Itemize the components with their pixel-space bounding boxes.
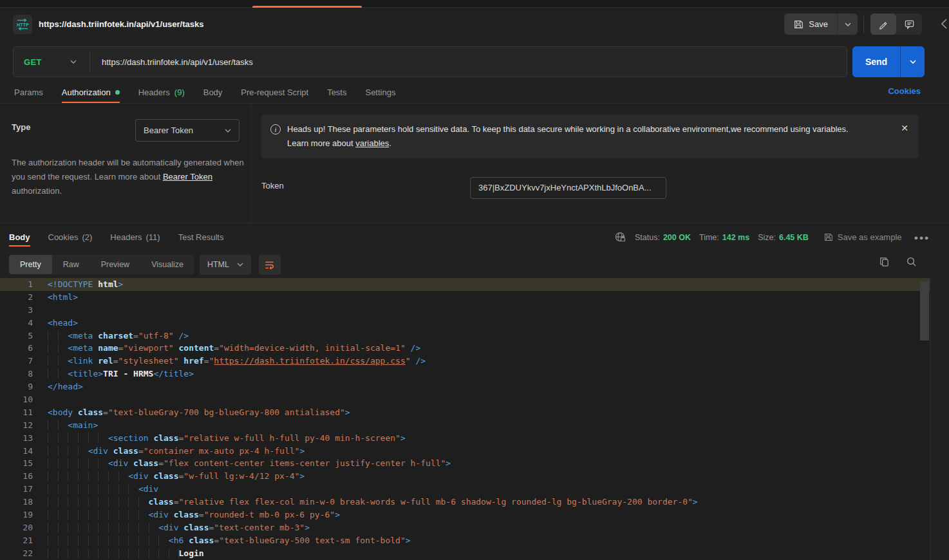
tab-label: Body bbox=[9, 232, 30, 242]
method-label: GET bbox=[24, 57, 42, 67]
tab-label: Authorization bbox=[62, 88, 111, 97]
chevron-left-icon bbox=[941, 19, 947, 29]
active-tab-underline bbox=[9, 245, 30, 247]
code-line[interactable]: 7 <link rel="stylesheet" href="https://d… bbox=[0, 355, 930, 368]
code-line[interactable]: 4<head> bbox=[0, 317, 930, 330]
code-line[interactable]: 14 <div class="container mx-auto px-4 h-… bbox=[0, 445, 930, 458]
edit-documentation-button[interactable] bbox=[870, 14, 896, 35]
save-icon bbox=[823, 232, 833, 242]
view-tab-pretty[interactable]: Pretty bbox=[9, 255, 52, 274]
code-line[interactable]: 12 <main> bbox=[0, 419, 930, 432]
token-input[interactable]: 367|BxZDUYkvv7jxHeYnctAPXthLbJfoOnBA... bbox=[470, 177, 666, 199]
http-icon: HTTP bbox=[15, 17, 30, 32]
save-button-group: Save bbox=[784, 14, 858, 35]
window-top-strip bbox=[0, 0, 949, 8]
method-selector[interactable]: GET bbox=[14, 57, 80, 67]
tab-label: Body bbox=[203, 88, 223, 97]
code-line[interactable]: 1<!DOCTYPE html> bbox=[0, 278, 930, 291]
code-line[interactable]: 5 <meta charset="utf-8" /> bbox=[0, 330, 930, 342]
line-number: 15 bbox=[0, 457, 33, 470]
view-tab-visualize[interactable]: Visualize bbox=[140, 255, 194, 274]
line-number: 16 bbox=[0, 470, 33, 483]
tab-tests[interactable]: Tests bbox=[327, 81, 346, 103]
code-line[interactable]: 11<body class="text-blueGray-700 bg-blue… bbox=[0, 406, 930, 419]
code-line[interactable]: 22 Login bbox=[0, 547, 930, 560]
auth-type-select[interactable]: Bearer Token bbox=[135, 119, 240, 142]
copy-button[interactable] bbox=[879, 256, 890, 267]
save-button[interactable]: Save bbox=[784, 14, 837, 35]
code-line[interactable]: 3 bbox=[0, 304, 930, 317]
tab-headers[interactable]: Headers(9) bbox=[138, 81, 185, 103]
url-input[interactable]: https://dash.triinfotek.in/api/v1/user/t… bbox=[90, 57, 847, 67]
token-label: Token bbox=[261, 181, 284, 191]
comments-button[interactable] bbox=[896, 14, 922, 35]
code-text: <div class="container mx-auto px-4 h-ful… bbox=[33, 445, 305, 458]
response-tab-test-results[interactable]: Test Results bbox=[178, 225, 224, 250]
banner-text: Heads up! These parameters hold sensitiv… bbox=[287, 122, 849, 151]
code-line[interactable]: 21 <h6 class="text-blueGray-500 text-sm … bbox=[0, 534, 930, 547]
line-number: 20 bbox=[0, 521, 33, 534]
code-text: Login bbox=[33, 547, 204, 560]
response-tab-headers[interactable]: Headers(11) bbox=[110, 225, 160, 250]
code-line[interactable]: 8 <title>TRI - HRMS</title> bbox=[0, 368, 930, 380]
code-line[interactable]: 13 <section class="relative w-full h-ful… bbox=[0, 432, 930, 445]
response-tab-body[interactable]: Body bbox=[9, 225, 30, 250]
send-options-chevron-button[interactable] bbox=[900, 46, 925, 77]
tab-params[interactable]: Params bbox=[14, 81, 43, 103]
response-tab-cookies[interactable]: Cookies(2) bbox=[48, 225, 93, 250]
code-line[interactable]: 17 <div bbox=[0, 483, 930, 496]
code-line[interactable]: 19 <div class="rounded-t mb-0 px-6 py-6"… bbox=[0, 509, 930, 521]
response-time-value: 142 ms bbox=[722, 233, 749, 242]
banner-close-icon[interactable]: ✕ bbox=[901, 123, 908, 133]
collapse-panel-chevron[interactable] bbox=[941, 19, 947, 29]
active-tab-underline bbox=[62, 102, 120, 103]
code-line[interactable]: 20 <div class="text-center mb-3"> bbox=[0, 521, 930, 534]
response-size-label: Size: bbox=[758, 233, 776, 242]
save-as-example-button[interactable]: Save as example bbox=[823, 232, 902, 242]
line-number: 5 bbox=[0, 330, 33, 342]
code-line[interactable]: 10 bbox=[0, 393, 930, 406]
tab-pre-request-script[interactable]: Pre-request Script bbox=[241, 81, 308, 103]
tab-body[interactable]: Body bbox=[203, 81, 223, 103]
header-divider bbox=[863, 16, 864, 33]
more-options-button[interactable]: ●●● bbox=[914, 234, 930, 241]
banner-line1: Heads up! These parameters hold sensitiv… bbox=[287, 122, 849, 136]
tab-count: (11) bbox=[146, 232, 160, 242]
bearer-token-link[interactable]: Bearer Token bbox=[163, 172, 212, 182]
code-line[interactable]: 9</head> bbox=[0, 380, 930, 393]
code-line[interactable]: 6 <meta name="viewport" content="width=d… bbox=[0, 342, 930, 355]
line-number: 18 bbox=[0, 496, 33, 509]
code-line[interactable]: 15 <div class="flex content-center items… bbox=[0, 457, 930, 470]
code-text: <h6 class="text-blueGray-500 text-sm fon… bbox=[33, 534, 411, 547]
code-line[interactable]: 18 class="relative flex flex-col min-w-0… bbox=[0, 496, 930, 509]
chevron-down-icon bbox=[225, 129, 231, 133]
code-text: <section class="relative w-full h-full p… bbox=[33, 432, 406, 445]
cookies-link[interactable]: Cookies bbox=[888, 86, 921, 96]
view-tab-preview[interactable]: Preview bbox=[90, 255, 140, 274]
format-value: HTML bbox=[207, 260, 229, 269]
search-button[interactable] bbox=[906, 256, 917, 267]
line-number: 3 bbox=[0, 304, 33, 317]
wrap-text-button[interactable] bbox=[259, 255, 281, 275]
send-button[interactable]: Send bbox=[852, 46, 900, 77]
auth-type-label: Type bbox=[12, 122, 30, 132]
view-tab-raw[interactable]: Raw bbox=[52, 255, 90, 274]
save-options-chevron-button[interactable] bbox=[837, 14, 858, 35]
auth-type-value: Bearer Token bbox=[144, 126, 193, 135]
tab-settings[interactable]: Settings bbox=[365, 81, 395, 103]
pencil-icon bbox=[878, 19, 888, 30]
format-select[interactable]: HTML bbox=[200, 255, 251, 275]
code-line[interactable]: 16 <div class="w-full lg:w-4/12 px-4"> bbox=[0, 470, 930, 483]
code-text: <main> bbox=[33, 419, 98, 432]
code-text: <meta charset="utf-8" /> bbox=[33, 330, 189, 342]
code-text: <meta name="viewport" content="width=dev… bbox=[33, 342, 420, 355]
tab-authorization[interactable]: Authorization bbox=[62, 81, 120, 103]
code-text bbox=[33, 304, 48, 317]
chevron-down-icon bbox=[845, 23, 851, 26]
response-body-code[interactable]: 1<!DOCTYPE html>2<html>34<head>5 <meta c… bbox=[0, 278, 930, 560]
code-text: <head> bbox=[33, 317, 78, 330]
code-text: <html> bbox=[33, 291, 78, 304]
scrollbar-thumb[interactable] bbox=[920, 281, 929, 341]
variables-link[interactable]: variables bbox=[355, 138, 389, 148]
code-line[interactable]: 2<html> bbox=[0, 291, 930, 304]
